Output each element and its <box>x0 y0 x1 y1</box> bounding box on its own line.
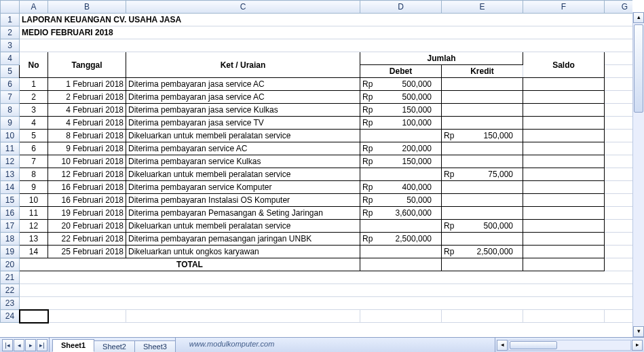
col-no[interactable]: No <box>20 52 48 78</box>
cell-saldo[interactable] <box>523 104 605 117</box>
cell-no[interactable]: 9 <box>20 181 48 194</box>
cell-no[interactable]: 11 <box>20 207 48 220</box>
cell-saldo[interactable] <box>523 130 605 142</box>
cell-no[interactable]: 13 <box>20 233 48 246</box>
row-header[interactable]: 10 <box>1 130 20 142</box>
cell[interactable] <box>605 78 633 91</box>
cell-tanggal[interactable]: 16 Februari 2018 <box>48 181 126 194</box>
cell-debet[interactable]: Rp500,000 <box>360 91 442 104</box>
row-header[interactable]: 8 <box>1 104 20 117</box>
row-header[interactable]: 4 <box>1 52 20 65</box>
col-header-F[interactable]: F <box>523 1 605 14</box>
cell[interactable] <box>605 258 633 271</box>
cell[interactable] <box>126 310 360 323</box>
cell-debet[interactable]: Rp400,000 <box>360 181 442 194</box>
cell-debet[interactable] <box>360 130 442 142</box>
col-ket[interactable]: Ket / Uraian <box>126 52 360 78</box>
cell-debet[interactable]: Rp200,000 <box>360 142 442 155</box>
vertical-scrollbar[interactable]: ▴ ▾ <box>632 12 644 337</box>
tab-nav-next[interactable]: ▸ <box>25 339 36 351</box>
cell-ket[interactable]: Diterima pembayaran jasa service AC <box>126 91 360 104</box>
cell[interactable] <box>605 220 633 233</box>
cell-kredit[interactable] <box>442 104 523 117</box>
cell-kredit[interactable]: Rp500,000 <box>442 220 523 233</box>
scroll-down-button[interactable]: ▾ <box>633 326 644 337</box>
cell-no[interactable]: 6 <box>20 142 48 155</box>
cell[interactable] <box>442 310 523 323</box>
cell-tanggal[interactable]: 16 Februari 2018 <box>48 194 126 207</box>
tab-sheet3[interactable]: Sheet3 <box>134 340 176 352</box>
vscroll-track[interactable] <box>633 24 644 326</box>
cell[interactable] <box>360 310 442 323</box>
row-header[interactable]: 11 <box>1 142 20 155</box>
total-debet[interactable] <box>360 258 442 271</box>
cell-kredit[interactable] <box>442 117 523 130</box>
cell[interactable] <box>605 207 633 220</box>
cell[interactable] <box>605 246 633 258</box>
row-header[interactable]: 20 <box>1 258 20 271</box>
cell-saldo[interactable] <box>523 142 605 155</box>
cell[interactable] <box>20 39 633 52</box>
cell-tanggal[interactable]: 25 Februari 2018 <box>48 246 126 258</box>
cell-kredit[interactable] <box>442 155 523 168</box>
cell-saldo[interactable] <box>523 194 605 207</box>
cell[interactable] <box>605 65 633 78</box>
row-header[interactable]: 5 <box>1 65 20 78</box>
cell-debet[interactable]: Rp2,500,000 <box>360 233 442 246</box>
row-header[interactable]: 12 <box>1 155 20 168</box>
cell-ket[interactable]: Diterima pembayaran service AC <box>126 142 360 155</box>
row-header[interactable]: 23 <box>1 297 20 310</box>
col-jumlah[interactable]: Jumlah <box>360 52 523 65</box>
tab-nav-first[interactable]: |◂ <box>2 339 13 351</box>
cell-saldo[interactable] <box>523 168 605 181</box>
cell[interactable] <box>605 310 633 323</box>
cell[interactable] <box>605 130 633 142</box>
cell-saldo[interactable] <box>523 207 605 220</box>
row-header[interactable]: 9 <box>1 117 20 130</box>
cell-kredit[interactable]: Rp2,500,000 <box>442 246 523 258</box>
cell-saldo[interactable] <box>523 181 605 194</box>
cell[interactable] <box>605 155 633 168</box>
cell-no[interactable]: 3 <box>20 104 48 117</box>
cell-debet[interactable]: Rp500,000 <box>360 78 442 91</box>
total-kredit[interactable] <box>442 258 523 271</box>
row-header[interactable]: 2 <box>1 26 20 39</box>
cell-ket[interactable]: Dikeluarkan untuk membeli peralatan serv… <box>126 168 360 181</box>
cell-ket[interactable]: Diterima pembayaran jasa service Kulkas <box>126 104 360 117</box>
cell-kredit[interactable]: Rp150,000 <box>442 130 523 142</box>
cell-kredit[interactable] <box>442 233 523 246</box>
cell-debet[interactable] <box>360 220 442 233</box>
row-header[interactable]: 1 <box>1 14 20 26</box>
col-header-A[interactable]: A <box>20 1 48 14</box>
row-header[interactable]: 18 <box>1 233 20 246</box>
cell[interactable] <box>605 233 633 246</box>
col-saldo[interactable]: Saldo <box>523 52 605 78</box>
report-title[interactable]: LAPORAN KEUANGAN CV. USAHA JASA <box>20 14 633 26</box>
cell[interactable] <box>523 310 605 323</box>
cell-ket[interactable]: Diterima pembayaran jasa service AC <box>126 78 360 91</box>
scroll-left-button[interactable]: ◂ <box>497 340 508 351</box>
cell-no[interactable]: 5 <box>20 130 48 142</box>
cell-ket[interactable]: Dikeluarkan untuk membeli peralatan serv… <box>126 220 360 233</box>
total-saldo[interactable] <box>523 258 605 271</box>
col-header-D[interactable]: D <box>360 1 442 14</box>
cell[interactable] <box>20 297 633 310</box>
cell-ket[interactable]: Dikeluarkan untuk ongkos karyawan <box>126 246 360 258</box>
cell-tanggal[interactable]: 19 Februari 2018 <box>48 207 126 220</box>
col-kredit[interactable]: Kredit <box>442 65 523 78</box>
cell-tanggal[interactable]: 1 Februari 2018 <box>48 78 126 91</box>
cell-kredit[interactable] <box>442 194 523 207</box>
cell-ket[interactable]: Diterima pembayaran service Komputer <box>126 181 360 194</box>
row-header[interactable]: 16 <box>1 207 20 220</box>
tab-nav-last[interactable]: ▸| <box>37 339 48 351</box>
tab-sheet2[interactable]: Sheet2 <box>94 340 135 352</box>
row-header[interactable]: 13 <box>1 168 20 181</box>
cell-tanggal[interactable]: 4 Februari 2018 <box>48 117 126 130</box>
cell-no[interactable]: 2 <box>20 91 48 104</box>
cell-saldo[interactable] <box>523 117 605 130</box>
col-header-C[interactable]: C <box>126 1 360 14</box>
col-header-G[interactable]: G <box>605 1 633 14</box>
cell-saldo[interactable] <box>523 233 605 246</box>
vscroll-thumb[interactable] <box>634 24 643 113</box>
cell-ket[interactable]: Diterima pembayaran Instalasi OS Kompute… <box>126 194 360 207</box>
